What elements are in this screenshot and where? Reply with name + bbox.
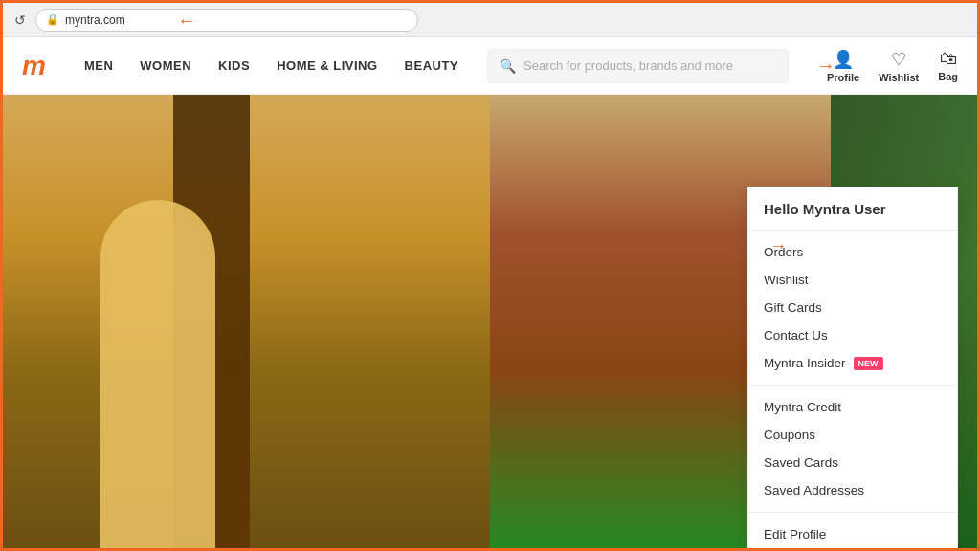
wishlist-icon: ♡ <box>891 49 906 70</box>
profile-icon: 👤 <box>833 49 854 70</box>
nav-kids[interactable]: KIDS <box>218 58 250 73</box>
dropdown-edit-profile[interactable]: Edit Profile <box>748 520 957 548</box>
nav-links: MEN WOMEN KIDS HOME & LIVING BEAUTY <box>84 58 458 73</box>
bag-label: Bag <box>938 71 958 82</box>
search-bar[interactable]: 🔍 Search for products, brands and more <box>487 49 789 83</box>
hero-left <box>3 95 490 551</box>
nav-beauty[interactable]: BEAUTY <box>405 58 458 73</box>
new-badge: New <box>854 357 883 370</box>
dropdown-myntra-credit[interactable]: Myntra Credit <box>748 393 957 421</box>
nav-icons: 👤 Profile ♡ Wishlist 🛍 Bag <box>827 49 958 83</box>
bag-icon-item[interactable]: 🛍 Bag <box>938 49 958 82</box>
dropdown-section-2: Myntra Credit Coupons Saved Cards Saved … <box>748 386 957 513</box>
url-arrow-annotation: ← <box>177 10 196 32</box>
dropdown-myntra-insider[interactable]: Myntra Insider New <box>748 349 957 377</box>
browser-controls: ↺ <box>12 12 28 28</box>
myntra-logo[interactable]: m <box>22 51 46 81</box>
dropdown-greeting: Hello Myntra User <box>764 201 886 217</box>
search-placeholder: Search for products, brands and more <box>523 58 733 73</box>
reload-button[interactable]: ↺ <box>12 12 28 28</box>
dropdown-contact-us[interactable]: Contact Us <box>748 321 957 349</box>
navbar: m MEN WOMEN KIDS HOME & LIVING BEAUTY 🔍 … <box>3 37 977 95</box>
lock-icon: 🔒 <box>46 13 59 26</box>
wishlist-icon-item[interactable]: ♡ Wishlist <box>879 49 919 83</box>
browser-chrome: ↺ 🔒 myntra.com ← <box>3 3 977 37</box>
nav-men[interactable]: MEN <box>84 58 113 73</box>
dropdown-wishlist[interactable]: Wishlist <box>748 266 957 294</box>
dropdown-coupons[interactable]: Coupons <box>748 421 957 449</box>
search-icon: 🔍 <box>500 58 516 74</box>
wishlist-label: Wishlist <box>879 72 919 83</box>
dropdown-section-3: Edit Profile Logout <box>748 513 957 551</box>
nav-home-living[interactable]: HOME & LIVING <box>277 58 377 73</box>
dropdown-saved-cards[interactable]: Saved Cards <box>748 449 957 476</box>
nav-women[interactable]: WOMEN <box>140 58 191 73</box>
url-text: myntra.com <box>65 13 125 27</box>
dropdown-header: Hello Myntra User <box>748 187 957 231</box>
dropdown-saved-addresses[interactable]: Saved Addresses <box>748 476 957 504</box>
bag-icon: 🛍 <box>940 49 957 69</box>
main-content: Hello Myntra User Orders Wishlist Gift C… <box>3 95 977 551</box>
dropdown-gift-cards[interactable]: Gift Cards <box>748 294 957 321</box>
figure-left <box>100 200 215 551</box>
profile-arrow-annotation: → <box>816 55 835 77</box>
orders-arrow-annotation: → <box>769 236 787 256</box>
address-bar[interactable]: 🔒 myntra.com <box>35 9 418 32</box>
screenshot-wrapper: ↺ 🔒 myntra.com ← m MEN WOMEN KIDS HOME &… <box>0 0 980 551</box>
